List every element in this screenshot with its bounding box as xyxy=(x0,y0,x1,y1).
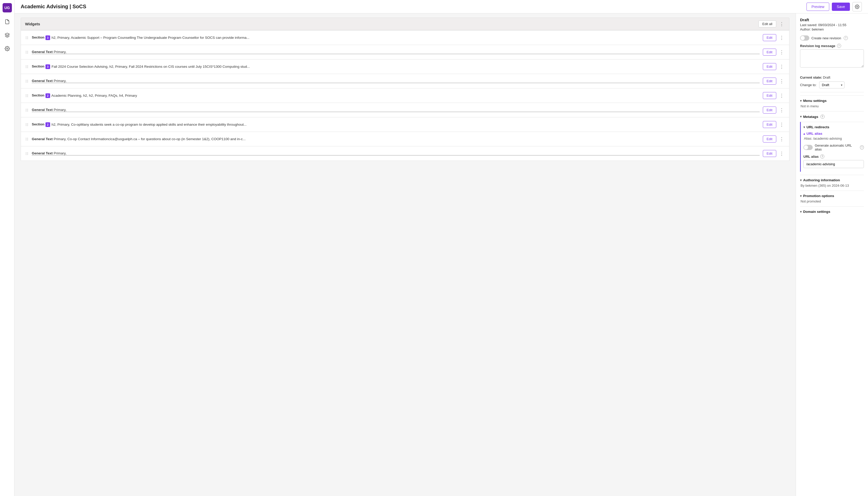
authoring-value: By bekmen (365) on 2024-06-13 xyxy=(801,184,849,187)
row-content: Section2 h2, Primary, Co-opMany students… xyxy=(32,122,760,127)
current-state-value: Draft xyxy=(823,76,830,79)
revision-help-icon[interactable]: ? xyxy=(844,36,848,40)
nav-icon-layers[interactable] xyxy=(3,31,11,39)
drag-handle-icon[interactable] xyxy=(25,65,29,68)
revision-toggle[interactable] xyxy=(800,35,809,41)
svg-point-44 xyxy=(27,125,28,126)
edit-all-button[interactable]: Edit all xyxy=(758,20,776,27)
svg-point-26 xyxy=(27,82,28,82)
change-to-label: Change to: xyxy=(800,83,817,87)
current-state-label: Current state: xyxy=(800,76,823,79)
widgets-more-button[interactable]: ⋮ xyxy=(778,21,785,27)
edit-button[interactable]: Edit xyxy=(763,34,776,41)
more-options-button[interactable]: ⋮ xyxy=(778,49,785,55)
url-redirects-header[interactable]: ▾ URL redirects xyxy=(803,125,864,129)
edit-button[interactable]: Edit xyxy=(763,63,776,70)
more-options-button[interactable]: ⋮ xyxy=(778,107,785,113)
drag-handle-icon[interactable] xyxy=(25,94,29,97)
svg-point-28 xyxy=(27,94,28,95)
edit-button[interactable]: Edit xyxy=(763,107,776,113)
row-actions: Edit⋮ xyxy=(763,92,785,99)
auto-alias-help-icon[interactable]: ? xyxy=(860,145,864,150)
row-description: Fall 2024 Course Selection Advising, h2,… xyxy=(52,64,250,68)
more-options-button[interactable]: ⋮ xyxy=(778,78,785,84)
more-options-button[interactable]: ⋮ xyxy=(778,122,785,127)
promotion-header[interactable]: ▾ Promotion options xyxy=(800,194,864,198)
metatags-help-icon[interactable]: ? xyxy=(820,114,824,119)
url-alias-header[interactable]: ▴ URL alias xyxy=(803,131,864,136)
more-options-button[interactable]: ⋮ xyxy=(778,35,785,41)
row-content: General TextPrimary, Co-op Contact Infor… xyxy=(32,137,760,141)
row-actions: Edit⋮ xyxy=(763,63,785,70)
svg-point-16 xyxy=(27,65,28,66)
revision-log-help-icon[interactable]: ? xyxy=(837,44,841,48)
section-row: General TextPrimary, Co-op Contact Infor… xyxy=(21,132,789,146)
svg-point-37 xyxy=(26,111,26,111)
edit-button[interactable]: Edit xyxy=(763,150,776,157)
url-alias-chevron-icon: ▴ xyxy=(803,132,805,136)
more-options-button[interactable]: ⋮ xyxy=(778,64,785,69)
metatags-header[interactable]: ▾ Metatags ? xyxy=(800,114,864,119)
main-container: Academic Advising | SoCS Preview Save Wi… xyxy=(15,0,868,496)
edit-button[interactable]: Edit xyxy=(763,49,776,56)
row-description: Primary, xyxy=(32,108,760,112)
edit-button[interactable]: Edit xyxy=(763,78,776,84)
menu-settings-chevron-icon: ▾ xyxy=(800,99,802,103)
section-badge: 2 xyxy=(46,93,50,98)
row-type-label: General Text xyxy=(32,79,53,83)
edit-button[interactable]: Edit xyxy=(763,136,776,142)
state-select-wrapper: Draft Published Archived xyxy=(819,81,845,89)
gear-button[interactable] xyxy=(852,2,862,11)
row-description: Primary, xyxy=(32,79,760,83)
authoring-section: ▾ Authoring information By bekmen (365) … xyxy=(800,175,864,187)
authoring-body: By bekmen (365) on 2024-06-13 xyxy=(800,184,864,187)
row-content: General TextPrimary, xyxy=(32,151,760,156)
svg-point-4 xyxy=(27,36,28,37)
promotion-value: Not promoted xyxy=(801,199,821,203)
svg-point-20 xyxy=(27,67,28,68)
url-redirects-section: ▾ URL redirects ▴ URL alias Alias: /acad… xyxy=(800,122,864,172)
svg-point-27 xyxy=(26,94,26,95)
drag-handle-icon[interactable] xyxy=(25,79,29,83)
svg-point-56 xyxy=(27,154,28,155)
editor-panel: Widgets Edit all ⋮ Section3 h2, Primary,… xyxy=(15,13,795,496)
row-content: Section2 Academic Planning, h2, h2, Prim… xyxy=(32,93,760,98)
more-options-button[interactable]: ⋮ xyxy=(778,151,785,156)
domain-header[interactable]: ▾ Domain settings xyxy=(800,210,864,214)
section-row: General TextPrimary, Edit⋮ xyxy=(21,103,789,118)
edit-button[interactable]: Edit xyxy=(763,121,776,128)
nav-icon-document[interactable] xyxy=(3,18,11,26)
url-alias-input[interactable] xyxy=(803,160,864,168)
svg-point-18 xyxy=(27,66,28,67)
metatags-chevron-icon: ▾ xyxy=(800,115,802,119)
state-select[interactable]: Draft Published Archived xyxy=(819,81,845,89)
drag-handle-icon[interactable] xyxy=(25,152,29,155)
auto-alias-toggle[interactable] xyxy=(803,145,813,150)
more-options-button[interactable]: ⋮ xyxy=(778,136,785,142)
row-actions: Edit⋮ xyxy=(763,49,785,56)
logo: UG xyxy=(3,3,12,12)
last-saved-row: Last saved: 09/03/2024 - 11:55 xyxy=(800,23,864,27)
url-alias-field-help-icon[interactable]: ? xyxy=(820,154,824,158)
more-options-button[interactable]: ⋮ xyxy=(778,93,785,98)
svg-point-2 xyxy=(857,6,858,7)
menu-settings-header[interactable]: ▾ Menu settings xyxy=(800,99,864,103)
preview-button[interactable]: Preview xyxy=(806,3,829,11)
nav-icon-settings[interactable] xyxy=(3,45,11,53)
edit-button[interactable]: Edit xyxy=(763,92,776,99)
drag-handle-icon[interactable] xyxy=(25,36,29,40)
metatags-section: ▾ Metatags ? xyxy=(800,111,864,119)
revision-log-textarea[interactable] xyxy=(800,49,864,67)
row-content: Section3 h2, Primary, Academic Support –… xyxy=(32,35,760,40)
widgets-title: Widgets xyxy=(25,22,40,26)
drag-handle-icon[interactable] xyxy=(25,137,29,141)
widgets-header: Widgets Edit all ⋮ xyxy=(21,18,789,30)
authoring-chevron-icon: ▾ xyxy=(800,179,802,182)
save-button[interactable]: Save xyxy=(832,3,850,11)
drag-handle-icon[interactable] xyxy=(25,123,29,126)
drag-handle-icon[interactable] xyxy=(25,50,29,54)
drag-handle-icon[interactable] xyxy=(25,108,29,112)
authoring-header[interactable]: ▾ Authoring information xyxy=(800,178,864,182)
domain-chevron-icon: ▾ xyxy=(800,210,802,214)
row-type-label: Section xyxy=(32,122,45,126)
